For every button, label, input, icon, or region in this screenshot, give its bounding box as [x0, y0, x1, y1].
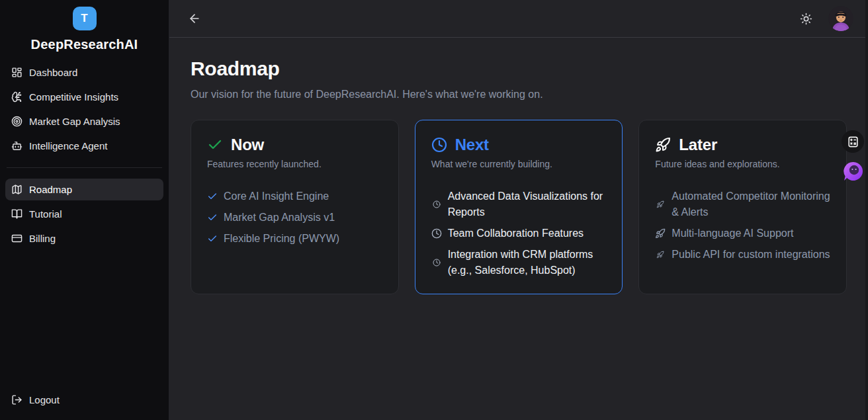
clock-icon [431, 137, 447, 153]
card-title: Later [679, 136, 717, 154]
list-item-text: Automated Competitor Monitoring & Alerts [672, 189, 830, 220]
page-title: Roadmap [191, 58, 847, 80]
card-next: Next What we're currently building. Adva… [415, 120, 623, 294]
app-logo-letter: T [81, 12, 87, 25]
main-area: Roadmap Our vision for the future of Dee… [169, 0, 868, 420]
sidebar-item-roadmap[interactable]: Roadmap [5, 179, 163, 200]
clock-icon [431, 228, 442, 239]
logout-button[interactable]: Logout [5, 388, 163, 411]
card-title: Next [455, 136, 489, 154]
card-subtitle: What we're currently building. [431, 159, 607, 169]
topbar [169, 0, 868, 38]
sidebar-item-billing[interactable]: Billing [5, 228, 163, 249]
list-item-text: Core AI Insight Engine [224, 189, 329, 204]
sidebar-divider [7, 167, 162, 168]
sidebar-item-label: Tutorial [29, 208, 62, 220]
clock-icon [433, 259, 441, 267]
sidebar-item-dashboard[interactable]: Dashboard [5, 62, 163, 83]
roadmap-cards: Now Features recently launched. Core AI … [191, 120, 847, 294]
theme-toggle-button[interactable] [795, 8, 816, 29]
sidebar-nav: Dashboard Competitive Insights Market Ga… [5, 62, 163, 249]
list-item: Core AI Insight Engine [207, 189, 382, 204]
list-item: Advanced Data Visualizations for Reports [431, 189, 607, 220]
rocket-icon [656, 200, 664, 208]
list-item-text: Integration with CRM platforms (e.g., Sa… [448, 247, 607, 278]
book-open-icon [11, 208, 22, 220]
card-subtitle: Future ideas and explorations. [655, 159, 830, 169]
sidebar-item-label: Competitive Insights [29, 91, 118, 103]
sidebar-item-market-gap-analysis[interactable]: Market Gap Analysis [5, 110, 163, 132]
page-subtitle: Our vision for the future of DeepResearc… [191, 89, 847, 101]
sidebar-item-label: Market Gap Analysis [29, 116, 120, 127]
roadmap-page: Roadmap Our vision for the future of Dee… [169, 38, 868, 314]
check-icon [207, 233, 218, 244]
calculator-icon [847, 136, 859, 148]
list-item-text: Multi-language AI Support [672, 226, 793, 241]
sidebar-item-tutorial[interactable]: Tutorial [5, 203, 163, 225]
card-title: Now [231, 136, 264, 154]
clock-icon [433, 200, 441, 208]
list-item: Integration with CRM platforms (e.g., Sa… [431, 247, 607, 278]
list-item: Multi-language AI Support [655, 226, 830, 241]
map-icon [11, 184, 22, 195]
sidebar-item-label: Intelligence Agent [29, 140, 107, 151]
scrollbar-track[interactable] [865, 0, 868, 420]
assistant-widget-button[interactable] [843, 161, 864, 182]
list-item-text: Team Collaboration Features [448, 226, 584, 241]
sidebar-item-label: Roadmap [29, 184, 72, 195]
credit-card-icon [11, 233, 22, 244]
rocket-icon [656, 251, 664, 259]
list-item: Public API for custom integrations [655, 247, 830, 263]
sidebar-item-competitive-insights[interactable]: Competitive Insights [5, 86, 163, 108]
sidebar: T DeepResearchAI Dashboard Competitive I… [0, 0, 169, 420]
sidebar-item-label: Dashboard [29, 67, 77, 78]
card-subtitle: Features recently launched. [207, 159, 382, 169]
assistant-logo-icon [843, 161, 864, 182]
sidebar-item-intelligence-agent[interactable]: Intelligence Agent [5, 135, 163, 157]
list-item-text: Market Gap Analysis v1 [224, 210, 335, 226]
calculator-widget-button[interactable] [842, 130, 864, 153]
list-item: Automated Competitor Monitoring & Alerts [655, 189, 830, 220]
app-logo[interactable]: T [73, 7, 97, 30]
card-now: Now Features recently launched. Core AI … [191, 120, 399, 294]
back-button[interactable] [184, 8, 205, 29]
bot-icon [11, 140, 22, 151]
rocket-icon [655, 228, 666, 239]
sun-icon [800, 13, 812, 25]
target-icon [11, 116, 22, 127]
list-item-text: Flexible Pricing (PWYW) [224, 231, 339, 247]
log-out-icon [11, 394, 22, 405]
list-item-text: Public API for custom integrations [672, 247, 830, 263]
check-icon [207, 212, 218, 223]
sidebar-item-label: Billing [29, 233, 56, 244]
layout-dashboard-icon [11, 67, 22, 78]
card-later: Later Future ideas and explorations. Aut… [638, 120, 847, 294]
check-icon [207, 191, 218, 202]
user-avatar[interactable] [828, 6, 853, 31]
check-icon [207, 137, 223, 153]
arrow-left-icon [188, 12, 201, 25]
rocket-icon [655, 137, 671, 153]
list-item: Flexible Pricing (PWYW) [207, 231, 382, 247]
list-item-text: Advanced Data Visualizations for Reports [448, 189, 607, 220]
brain-circuit-icon [11, 91, 22, 103]
app-name: DeepResearchAI [5, 37, 163, 52]
logout-label: Logout [29, 394, 60, 405]
avatar-image [828, 6, 853, 31]
list-item: Market Gap Analysis v1 [207, 210, 382, 226]
list-item: Team Collaboration Features [431, 226, 607, 241]
